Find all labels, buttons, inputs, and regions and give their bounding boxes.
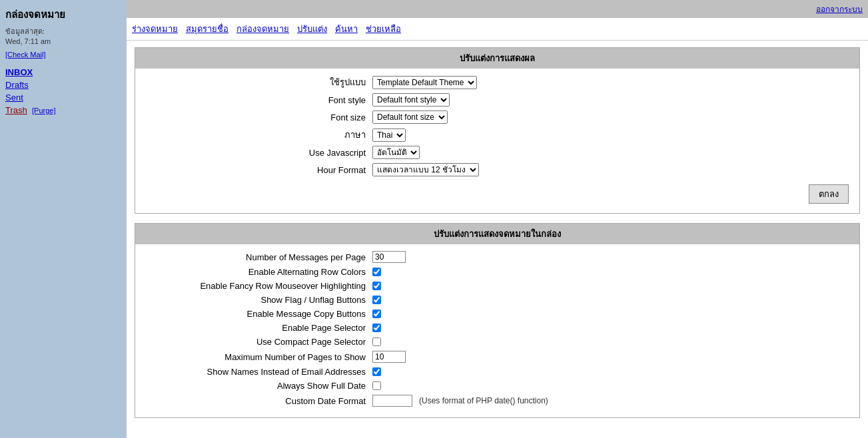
show-names-control xyxy=(372,367,381,376)
theme-label: ใช้รูปแบบ xyxy=(146,75,372,89)
custom-date-row: Custom Date Format (Uses format of PHP d… xyxy=(146,395,849,407)
language-control: Thai xyxy=(372,128,406,142)
messages-per-page-input[interactable] xyxy=(372,251,406,263)
content-area: ปรับแต่งการแสดงผล ใช้รูปแบบ Template Def… xyxy=(127,41,868,438)
font-size-control: Default font size xyxy=(372,110,448,124)
page-selector-label: Enable Page Selector xyxy=(146,323,372,333)
language-row: ภาษา Thai xyxy=(146,128,849,142)
compact-selector-checkbox[interactable] xyxy=(372,337,381,346)
section1-submit-button[interactable]: ตกลง xyxy=(809,184,849,204)
fancy-row-control xyxy=(372,282,381,290)
page-selector-checkbox[interactable] xyxy=(372,324,381,332)
messages-per-page-label: Number of Messages per Page xyxy=(146,252,372,262)
alternating-row-checkbox[interactable] xyxy=(372,268,381,276)
flag-buttons-label: Show Flag / Unflag Buttons xyxy=(146,295,372,305)
sidebar-item-sent[interactable]: Sent xyxy=(5,93,23,103)
hour-format-control: แสดงเวลาแบบ 12 ชั่วโมง xyxy=(372,163,479,176)
sidebar-item-trash[interactable]: Trash xyxy=(5,105,27,115)
show-full-date-checkbox[interactable] xyxy=(372,381,381,390)
alternating-row-label: Enable Alternating Row Colors xyxy=(146,267,372,277)
check-mail-link[interactable]: [Check Mail] xyxy=(5,51,46,59)
display-section: ปรับแต่งการแสดงผล ใช้รูปแบบ Template Def… xyxy=(135,47,860,214)
info-value: Wed, 7:11 am xyxy=(5,37,121,45)
javascript-select[interactable]: อัตโนมัติ xyxy=(372,146,420,159)
nav-help[interactable]: ช่วยเหลือ xyxy=(366,22,401,36)
max-pages-row: Maximum Number of Pages to Show xyxy=(146,351,849,363)
page-selector-control xyxy=(372,324,381,332)
copy-buttons-control xyxy=(372,310,381,318)
nav-addressbook[interactable]: สมุดรายชื่อ xyxy=(186,22,228,36)
custom-date-note: (Uses format of PHP date() function) xyxy=(419,396,548,405)
font-size-row: Font size Default font size xyxy=(146,110,849,124)
logout-link[interactable]: ออกจากระบบ xyxy=(816,3,863,15)
theme-control: Template Default Theme xyxy=(372,76,477,89)
hour-format-row: Hour Format แสดงเวลาแบบ 12 ชั่วโมง xyxy=(146,163,849,176)
sidebar-item-purge[interactable]: [Purge] xyxy=(32,107,55,114)
info-label: ข้อมูลล่าสุด: xyxy=(5,25,121,37)
max-pages-input[interactable] xyxy=(372,351,406,363)
font-size-label: Font size xyxy=(146,112,372,122)
show-names-checkbox[interactable] xyxy=(372,367,381,376)
fancy-row-row: Enable Fancy Row Mouseover Highlighting xyxy=(146,281,849,291)
show-names-label: Show Names Instead of Email Addresses xyxy=(146,367,372,377)
javascript-row: Use Javascript อัตโนมัติ xyxy=(146,146,849,159)
hour-format-select[interactable]: แสดงเวลาแบบ 12 ชั่วโมง xyxy=(372,163,479,176)
alternating-row-row: Enable Alternating Row Colors xyxy=(146,267,849,277)
topbar: ออกจากระบบ xyxy=(127,0,868,18)
font-style-row: Font style Default font style xyxy=(146,93,849,107)
javascript-label: Use Javascript xyxy=(146,148,372,158)
main-content: ออกจากระบบ ร่างจดหมาย สมุดรายชื่อ กล่องจ… xyxy=(127,0,868,438)
show-full-date-control xyxy=(372,381,381,390)
mailbox-title: กล่องจดหมาย xyxy=(5,7,121,23)
copy-buttons-label: Enable Message Copy Buttons xyxy=(146,309,372,319)
display-section-body: ใช้รูปแบบ Template Default Theme Font st… xyxy=(135,69,859,213)
flag-buttons-checkbox[interactable] xyxy=(372,296,381,304)
mailbox-section-body: Number of Messages per Page Enable Alter… xyxy=(135,244,859,417)
nav-compose[interactable]: ร่างจดหมาย xyxy=(132,22,178,36)
theme-select[interactable]: Template Default Theme xyxy=(372,76,477,89)
max-pages-label: Maximum Number of Pages to Show xyxy=(146,352,372,362)
flag-buttons-row: Show Flag / Unflag Buttons xyxy=(146,295,849,305)
hour-format-label: Hour Format xyxy=(146,165,372,175)
show-names-row: Show Names Instead of Email Addresses xyxy=(146,367,849,377)
custom-date-control: (Uses format of PHP date() function) xyxy=(372,395,548,407)
custom-date-input[interactable] xyxy=(372,395,412,407)
compact-selector-row: Use Compact Page Selector xyxy=(146,337,849,347)
flag-buttons-control xyxy=(372,296,381,304)
folder-list: INBOX Drafts Sent Trash [Purge] xyxy=(5,66,121,116)
nav-inbox[interactable]: กล่องจดหมาย xyxy=(236,22,289,36)
theme-row: ใช้รูปแบบ Template Default Theme xyxy=(146,75,849,89)
copy-buttons-checkbox[interactable] xyxy=(372,310,381,318)
navbar: ร่างจดหมาย สมุดรายชื่อ กล่องจดหมาย ปรับแ… xyxy=(127,18,868,41)
page-selector-row: Enable Page Selector xyxy=(146,323,849,333)
javascript-control: อัตโนมัติ xyxy=(372,146,420,159)
show-full-date-row: Always Show Full Date xyxy=(146,381,849,391)
compact-selector-control xyxy=(372,337,381,346)
nav-search[interactable]: ค้นหา xyxy=(335,22,358,36)
font-size-select[interactable]: Default font size xyxy=(372,110,448,124)
font-style-label: Font style xyxy=(146,95,372,105)
copy-buttons-row: Enable Message Copy Buttons xyxy=(146,309,849,319)
fancy-row-label: Enable Fancy Row Mouseover Highlighting xyxy=(146,281,372,291)
font-style-control: Default font style xyxy=(372,93,450,107)
section1-submit-row: ตกลง xyxy=(146,180,849,206)
sidebar-item-drafts[interactable]: Drafts xyxy=(5,80,29,90)
fancy-row-checkbox[interactable] xyxy=(372,282,381,290)
sidebar-item-inbox[interactable]: INBOX xyxy=(5,67,33,77)
font-style-select[interactable]: Default font style xyxy=(372,93,450,107)
show-full-date-label: Always Show Full Date xyxy=(146,381,372,391)
messages-per-page-control xyxy=(372,251,406,263)
mailbox-section-header: ปรับแต่งการแสดงจดหมายในกล่อง xyxy=(135,224,859,244)
display-section-header: ปรับแต่งการแสดงผล xyxy=(135,48,859,69)
mailbox-section: ปรับแต่งการแสดงจดหมายในกล่อง Number of M… xyxy=(135,223,860,418)
custom-date-label: Custom Date Format xyxy=(146,396,372,406)
language-label: ภาษา xyxy=(146,128,372,142)
messages-per-page-row: Number of Messages per Page xyxy=(146,251,849,263)
compact-selector-label: Use Compact Page Selector xyxy=(146,337,372,347)
language-select[interactable]: Thai xyxy=(372,128,406,142)
alternating-row-control xyxy=(372,268,381,276)
max-pages-control xyxy=(372,351,406,363)
nav-options[interactable]: ปรับแต่ง xyxy=(297,22,327,36)
sidebar: กล่องจดหมาย ข้อมูลล่าสุด: Wed, 7:11 am [… xyxy=(0,0,127,438)
